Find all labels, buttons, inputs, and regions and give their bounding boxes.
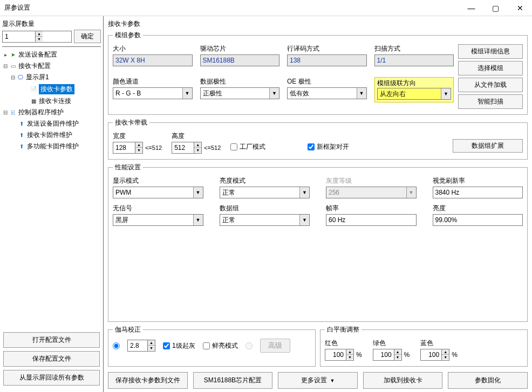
tree-recv-fw[interactable]: ⬆ 接收卡固件维护 [2, 129, 101, 141]
refresh-value: 3840 Hz [433, 187, 523, 198]
titlebar: 屏参设置 — ▢ ✕ [0, 0, 532, 16]
wb-green-input[interactable] [373, 349, 394, 360]
white-balance-group: 白平衡调整 红色▲▼% 绿色▲▼% 蓝色▲▼% [320, 325, 528, 367]
refresh-label: 视觉刷新率 [433, 176, 523, 185]
confirm-button[interactable]: 确定 [74, 30, 101, 43]
wb-red-spinner[interactable]: ▲▼ [325, 349, 354, 361]
spinner-up-icon[interactable]: ▲ [135, 142, 142, 147]
smart-scan-button[interactable]: 智能扫描 [458, 94, 523, 109]
brightness-label: 亮度 [433, 204, 523, 213]
chevron-down-icon: ▼ [182, 88, 192, 99]
spinner-down-icon[interactable]: ▼ [442, 354, 449, 360]
chevron-down-icon: ▼ [193, 187, 203, 198]
oe-polarity-select[interactable]: 低有效▼ [287, 87, 367, 99]
wb-green-label: 绿色 [373, 339, 386, 348]
spinner-up-icon[interactable]: ▲ [148, 340, 155, 345]
read-all-params-button[interactable]: 从显示屏回读所有参数 [3, 370, 100, 386]
new-frame-checkbox[interactable]: 新框架对开 [308, 142, 349, 152]
screen-count-input[interactable] [3, 31, 35, 42]
chevron-down-icon: ▼ [441, 88, 451, 99]
minus-icon[interactable]: ⊟ [10, 74, 16, 80]
display-mode-select[interactable]: PWM▼ [113, 187, 203, 198]
tree-recv-config[interactable]: ⊟ ▭ 接收卡配置 [2, 60, 101, 72]
tree-controller-maint[interactable]: ⊟ ⍇ 控制器程序维护 [2, 107, 101, 118]
data-polarity-select[interactable]: 正极性▼ [200, 87, 280, 99]
minus-icon[interactable]: ⊟ [2, 109, 9, 115]
more-settings-button[interactable]: 更多设置▼ [278, 372, 358, 389]
minimize-button[interactable]: — [459, 0, 483, 16]
wb-green-spinner[interactable]: ▲▼ [373, 349, 402, 361]
spinner-down-icon[interactable]: ▼ [194, 147, 201, 153]
chevron-right-icon[interactable]: ▸ [2, 52, 9, 58]
chip-config-button[interactable]: SM16188B芯片配置 [193, 372, 273, 389]
height-spinner[interactable]: ▲▼ [172, 142, 202, 154]
width-input[interactable] [113, 142, 135, 153]
spinner-down-icon[interactable]: ▼ [394, 354, 401, 360]
spinner-up-icon[interactable]: ▲ [194, 142, 201, 147]
gamma-adv-radio [245, 342, 253, 349]
factory-mode-checkbox[interactable]: 工厂模式 [230, 142, 265, 152]
gamma-input[interactable] [128, 340, 147, 351]
spinner-down-icon[interactable]: ▼ [135, 147, 142, 153]
color-label: 颜色通道 [113, 77, 193, 86]
data-group-ext-button[interactable]: 数据组扩展 [453, 139, 523, 153]
tree-screen1[interactable]: ⊟ 🖵 显示屏1 [2, 72, 101, 83]
wb-blue-input[interactable] [421, 349, 441, 360]
scan-label: 扫描方式 [374, 44, 454, 53]
load-from-file-button[interactable]: 从文件加载 [458, 78, 523, 92]
height-input[interactable] [172, 142, 194, 153]
cascade-select[interactable]: 从左向右▼ [377, 88, 452, 100]
spinner-down-icon[interactable]: ▼ [346, 354, 353, 360]
select-module-button[interactable]: 选择模组 [458, 61, 523, 75]
spinner-up-icon[interactable]: ▲ [442, 349, 449, 354]
left-panel: 显示屏数量 ▲▼ 确定 ▸ ➤ 发送设备配置 ⊟ ▭ 接收卡配置 ⊟ 🖵 显示 [0, 16, 104, 392]
close-button[interactable]: ✕ [508, 0, 532, 16]
firmware-icon: ⬆ [17, 120, 26, 128]
brightness-mode-select[interactable]: 正常▼ [220, 187, 310, 198]
level1-gray-checkbox[interactable]: 1级起灰 [163, 341, 195, 350]
gamma-radio[interactable] [113, 342, 120, 349]
wb-red-input[interactable] [325, 349, 346, 360]
tree-send-fw[interactable]: ⬆ 发送设备固件维护 [2, 118, 101, 129]
chip-label: 驱动芯片 [200, 44, 280, 53]
module-detail-button[interactable]: 模组详细信息 [458, 44, 523, 59]
capacity-legend: 接收卡带载 [113, 118, 149, 127]
save-recv-params-button[interactable]: 保存接收卡参数到文件 [108, 372, 188, 389]
save-config-button[interactable]: 保存配置文件 [3, 351, 100, 367]
tree-recv-params[interactable]: 📄 接收卡参数 [2, 83, 101, 95]
highlight-mode-checkbox[interactable]: 鲜亮模式 [203, 341, 238, 350]
wb-blue-spinner[interactable]: ▲▼ [420, 349, 449, 361]
screen-count-spinner[interactable]: ▲▼ [2, 31, 72, 43]
open-config-button[interactable]: 打开配置文件 [3, 332, 100, 348]
tree-send-config[interactable]: ▸ ➤ 发送设备配置 [2, 49, 101, 60]
tree-multi-fw[interactable]: ⬆ 多功能卡固件维护 [2, 141, 101, 152]
performance-group: 性能设置 显示模式PWM▼ 亮度模式正常▼ 灰度等级256▼ 视觉刷新率3840… [108, 163, 528, 322]
tree-recv-link[interactable]: ▦ 接收卡连接 [2, 95, 101, 107]
nosignal-select[interactable]: 黑屏▼ [113, 214, 203, 226]
spinner-down-icon[interactable]: ▼ [36, 36, 43, 42]
minus-icon[interactable]: ⊟ [2, 63, 9, 69]
datagroup-select[interactable]: 正常▼ [220, 214, 310, 226]
spinner-up-icon[interactable]: ▲ [36, 31, 43, 36]
arrow-right-icon: ➤ [9, 51, 17, 59]
screen-count-label: 显示屏数量 [2, 19, 101, 29]
size-label: 大小 [113, 44, 193, 53]
decode-value: 138 [287, 54, 367, 66]
spinner-down-icon[interactable]: ▼ [148, 345, 155, 350]
maximize-button[interactable]: ▢ [483, 0, 508, 16]
oepol-label: OE 极性 [287, 77, 367, 86]
chevron-down-icon: ▼ [299, 215, 309, 225]
gamma-advanced-button: 高级 [260, 339, 290, 353]
width-spinner[interactable]: ▲▼ [113, 142, 143, 154]
nosignal-label: 无信号 [113, 204, 203, 213]
chevron-down-icon: ▼ [330, 378, 335, 383]
color-select[interactable]: R - G - B▼ [113, 87, 193, 99]
solidify-params-button[interactable]: 参数固化 [448, 372, 528, 389]
spinner-up-icon[interactable]: ▲ [346, 349, 353, 354]
width-label: 宽度 [113, 132, 162, 141]
spinner-up-icon[interactable]: ▲ [394, 349, 401, 354]
upload-icon: ⍇ [9, 108, 17, 117]
gamma-spinner[interactable]: ▲▼ [127, 340, 155, 352]
firmware-icon: ⬆ [17, 131, 26, 140]
load-to-card-button[interactable]: 加载到接收卡 [363, 372, 443, 389]
